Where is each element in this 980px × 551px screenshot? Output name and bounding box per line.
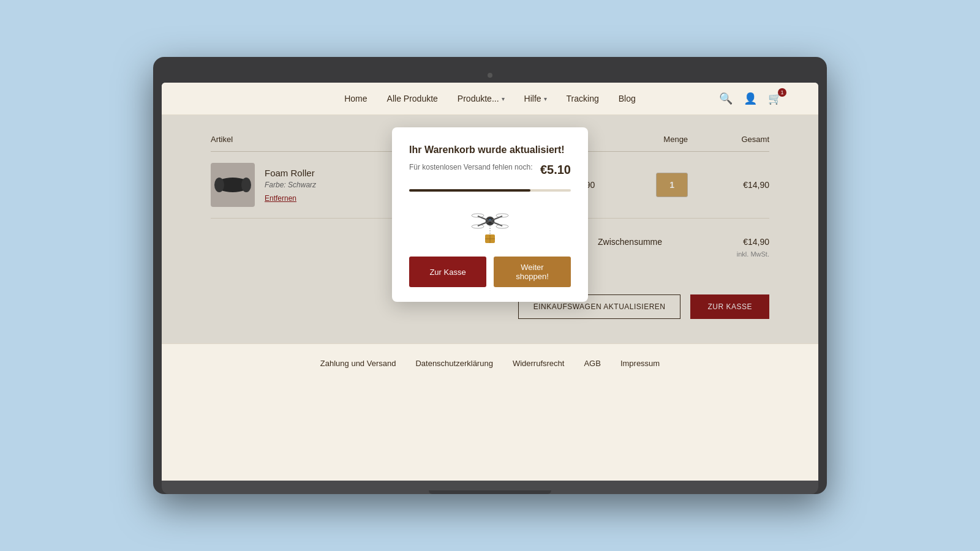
popup-buttons: Zur Kasse Weiter shoppen! <box>409 257 571 287</box>
site-footer: Zahlung und Versand Datenschutzerklärung… <box>162 343 818 383</box>
header-icons: 🔍 👤 🛒 1 <box>719 92 782 105</box>
progress-bar-fill <box>409 189 530 192</box>
popup-checkout-button[interactable]: Zur Kasse <box>409 257 486 287</box>
nav-alle-produkte[interactable]: Alle Produkte <box>387 94 438 103</box>
laptop-frame: Home Alle Produkte Produkte... ▾ Hilfe ▾… <box>153 57 827 494</box>
svg-point-11 <box>496 214 508 217</box>
footer-datenschutz[interactable]: Datenschutzerklärung <box>415 359 492 368</box>
popup-continue-button[interactable]: Weiter shoppen! <box>494 257 571 287</box>
user-icon[interactable]: 👤 <box>744 92 757 105</box>
popup-card: Ihr Warenkorb wurde aktualisiert! Für ko… <box>392 127 588 302</box>
chevron-down-icon: ▾ <box>502 96 505 102</box>
nav-tracking[interactable]: Tracking <box>567 94 599 103</box>
site-header: Home Alle Produkte Produkte... ▾ Hilfe ▾… <box>162 83 818 115</box>
footer-agb[interactable]: AGB <box>584 359 600 368</box>
cart-badge: 1 <box>778 88 786 97</box>
svg-point-12 <box>472 225 484 228</box>
nav-blog[interactable]: Blog <box>619 94 636 103</box>
main-content: Artikel Menge Gesamt <box>162 115 818 343</box>
svg-point-13 <box>496 225 508 228</box>
drone-svg <box>466 204 514 247</box>
popup-subtitle: Für kostenlosen Versand fehlen noch: <box>409 163 532 171</box>
nav-hilfe[interactable]: Hilfe ▾ <box>524 94 547 103</box>
footer-widerruf[interactable]: Widerrufsrecht <box>513 359 565 368</box>
main-nav: Home Alle Produkte Produkte... ▾ Hilfe ▾… <box>344 94 636 103</box>
popup-header-row: Für kostenlosen Versand fehlen noch: €5.… <box>409 163 571 184</box>
search-icon[interactable]: 🔍 <box>719 92 733 105</box>
laptop-base <box>162 481 818 494</box>
nav-produkte[interactable]: Produkte... ▾ <box>458 94 505 103</box>
popup-amount: €5.10 <box>540 163 571 177</box>
nav-home[interactable]: Home <box>344 94 367 103</box>
svg-point-10 <box>472 214 484 217</box>
cart-icon[interactable]: 🛒 1 <box>768 92 782 105</box>
laptop-screen: Home Alle Produkte Produkte... ▾ Hilfe ▾… <box>162 83 818 481</box>
popup-overlay: Ihr Warenkorb wurde aktualisiert! Für ko… <box>162 115 818 343</box>
footer-impressum[interactable]: Impressum <box>620 359 660 368</box>
progress-bar-container <box>409 189 571 192</box>
laptop-camera <box>162 66 818 83</box>
footer-zahlung[interactable]: Zahlung und Versand <box>320 359 396 368</box>
popup-title: Ihr Warenkorb wurde aktualisiert! <box>409 144 571 156</box>
chevron-down-icon: ▾ <box>544 96 547 102</box>
drone-illustration <box>409 204 571 247</box>
